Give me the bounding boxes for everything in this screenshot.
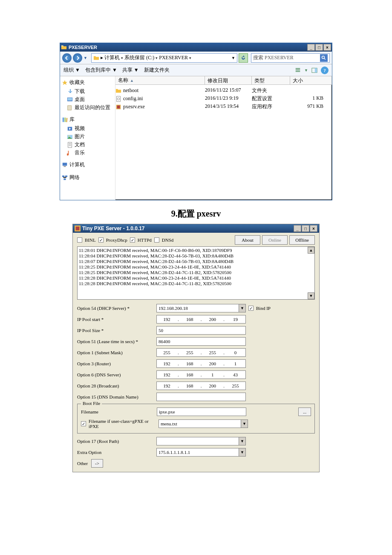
max-button[interactable]: □ — [302, 225, 309, 232]
chevron-down-icon[interactable]: ▼ — [239, 448, 245, 456]
httpd-checkbox[interactable]: ✓ — [130, 237, 135, 243]
browse-button[interactable]: ... — [298, 408, 311, 416]
min-button[interactable]: _ — [294, 225, 301, 232]
userclass-checkbox[interactable]: ✓ — [81, 421, 86, 426]
explorer-window: PXESERVER _ □ × ▼ ▸ 计算机 ▾ 系统保留 (C:) ▾ PX… — [60, 43, 332, 200]
max-button[interactable]: □ — [315, 44, 323, 51]
other-arrow-button[interactable]: -> — [91, 459, 103, 468]
scroll-up-icon[interactable]: ▲ — [308, 247, 314, 254]
svg-point-11 — [68, 135, 69, 136]
svg-rect-7 — [64, 117, 66, 122]
offline-button[interactable]: Offline — [289, 235, 315, 245]
app-icon — [75, 225, 81, 231]
sidebar-item-recent[interactable]: 最近访问的位置 — [62, 104, 113, 112]
search-icon[interactable] — [320, 54, 328, 62]
binl-checkbox[interactable] — [77, 237, 82, 243]
pxe-title: Tiny PXE Server - 1.0.0.17 — [82, 225, 145, 231]
lease-input[interactable] — [156, 337, 246, 346]
svg-rect-6 — [63, 117, 64, 122]
svg-rect-12 — [68, 142, 72, 147]
preview-pane-icon[interactable] — [311, 66, 318, 74]
explorer-titlebar[interactable]: PXESERVER _ □ × — [60, 43, 332, 52]
crumb-computer[interactable]: 计算机 — [104, 54, 120, 61]
other-label: Other — [77, 461, 88, 466]
min-button[interactable]: _ — [307, 44, 315, 51]
log-line: 11:28:01 DHCPd:INFORM received, MAC:00-1… — [79, 248, 313, 253]
favorites-header[interactable]: 收藏夹 — [62, 79, 113, 86]
picture-icon — [67, 134, 73, 140]
exe-icon — [115, 104, 121, 110]
poolstart-input[interactable]: 192.168.200.19 — [156, 315, 246, 324]
sidebar-item-network[interactable]: 网络 — [62, 174, 113, 181]
log-line: 11:28:04 DHCPd:INFORM received, MAC:28-D… — [79, 253, 313, 259]
help-icon[interactable]: ? — [321, 66, 329, 74]
scroll-down-icon[interactable]: ▼ — [308, 292, 314, 299]
sidebar-item-music[interactable]: 音乐 — [62, 149, 113, 157]
forward-button[interactable] — [73, 53, 82, 63]
dhcp-server-combo[interactable]: 192.168.200.18▼ — [156, 304, 246, 312]
sidebar-item-computer[interactable]: 计算机 — [62, 161, 113, 168]
col-type[interactable]: 类型 — [252, 76, 290, 84]
crumb-drive[interactable]: 系统保留 (C:) — [124, 54, 154, 61]
poolstart-label: IP Pool start * — [77, 317, 154, 322]
crumb-folder[interactable]: PXESERVER — [159, 55, 188, 61]
chevron-down-icon[interactable]: ▼ — [241, 420, 248, 428]
dnsd-checkbox[interactable] — [154, 237, 159, 243]
rootpath-combo[interactable]: ▼ — [156, 437, 246, 445]
poolsize-input[interactable] — [156, 326, 246, 335]
log-line: 11:28:25 DHCPd:INFORM received, MAC:00-2… — [79, 264, 313, 270]
refresh-button[interactable] — [239, 53, 248, 63]
chevron-down-icon[interactable]: ▼ — [239, 437, 245, 445]
share-button[interactable]: 共享 ▼ — [122, 66, 139, 74]
chevron-down-icon[interactable]: ▼ — [239, 304, 245, 312]
close-button[interactable]: × — [323, 44, 331, 51]
search-box[interactable]: 搜索 PXESERVER — [251, 53, 330, 63]
svg-rect-8 — [66, 118, 67, 122]
opt54-label: Option 54 (DHCP Server) * — [77, 306, 154, 311]
proxydhcp-checkbox[interactable]: ✓ — [98, 237, 104, 243]
sidebar-item-documents[interactable]: 文档 — [62, 141, 113, 149]
close-button[interactable]: × — [310, 225, 317, 232]
address-bar[interactable]: ▸ 计算机 ▾ 系统保留 (C:) ▾ PXESERVER ▾ ▼ — [91, 53, 237, 63]
dns-input[interactable]: 192.168.1.43 — [156, 370, 246, 379]
router-input[interactable]: 192.168.200.1 — [156, 359, 246, 368]
sidebar-item-desktop[interactable]: 桌面 — [62, 95, 113, 104]
col-name[interactable]: 名称 ▲ — [115, 76, 205, 84]
newfolder-button[interactable]: 新建文件夹 — [144, 66, 170, 74]
sidebar-item-videos[interactable]: 视频 — [62, 124, 113, 133]
pxe-titlebar[interactable]: Tiny PXE Server - 1.0.0.17 _ □ × — [73, 224, 319, 233]
subnet-input[interactable]: 255.255.255.0 — [156, 348, 246, 357]
include-button[interactable]: 包含到库中 ▼ — [85, 66, 117, 74]
col-date[interactable]: 修改日期 — [205, 76, 252, 84]
dnsname-input[interactable] — [156, 393, 246, 401]
opt1-label: Option 1 (Subnet Mask) — [77, 350, 154, 355]
broadcast-input[interactable]: 192.168.200.255 — [156, 382, 246, 390]
file-row[interactable]: netboot 2016/11/22 15:07 文件夹 — [115, 87, 332, 95]
view-icon[interactable] — [294, 66, 302, 74]
extra-combo[interactable]: 175.6.1.1.1.8.1.1▼ — [156, 448, 246, 457]
sidebar-item-downloads[interactable]: 下载 — [62, 87, 113, 95]
view-dropdown-icon[interactable]: ▼ — [304, 68, 308, 72]
log-line: 11:28:28 DHCPd:INFORM received, MAC:00-2… — [79, 275, 313, 281]
nav-row: ▼ ▸ 计算机 ▾ 系统保留 (C:) ▾ PXESERVER ▾ ▼ 搜索 P… — [60, 52, 332, 64]
file-row[interactable]: config.ini 2016/11/23 9:19 配置设置 1 KB — [115, 95, 332, 103]
online-button[interactable]: Online — [262, 235, 288, 245]
opt6-label: Option 6 (DNS Server) — [77, 372, 154, 377]
userclass-combo[interactable]: menu.txt▼ — [159, 419, 248, 428]
recent-dropdown-icon[interactable]: ▼ — [84, 56, 87, 60]
bindip-checkbox[interactable]: ✓ — [248, 306, 254, 311]
log-box[interactable]: 11:28:01 DHCPd:INFORM received, MAC:00-1… — [77, 246, 315, 300]
column-headers: 名称 ▲ 修改日期 类型 大小 — [115, 76, 332, 85]
about-button[interactable]: About — [235, 235, 260, 245]
file-row[interactable]: pxesrv.exe 2014/3/15 19:54 应用程序 971 KB — [115, 103, 332, 111]
filename-input[interactable] — [157, 408, 246, 416]
folder-icon — [61, 44, 67, 50]
svg-rect-21 — [117, 105, 120, 108]
sidebar-item-pictures[interactable]: 图片 — [62, 133, 113, 141]
col-size[interactable]: 大小 — [290, 76, 332, 84]
libraries-header[interactable]: 库 — [62, 116, 113, 123]
folder-icon — [115, 88, 121, 94]
organize-button[interactable]: 组织 ▼ — [63, 66, 80, 74]
video-icon — [67, 126, 73, 132]
back-button[interactable] — [62, 53, 72, 63]
